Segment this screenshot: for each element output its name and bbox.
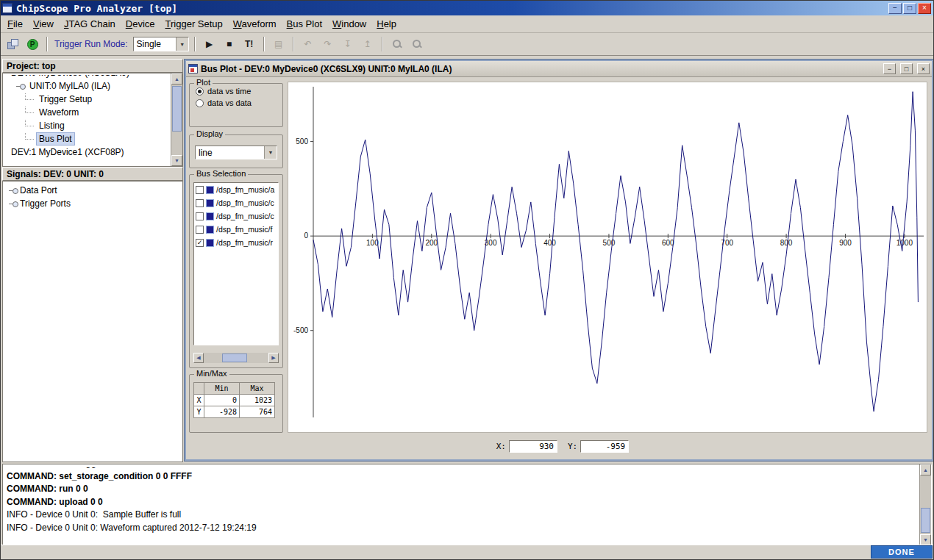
menu-waveform[interactable]: Waveform [228,16,282,32]
signal-item-label: Trigger Ports [20,198,71,209]
bus-list-hscrollbar[interactable]: ◀ ▶ [193,353,279,363]
console-line: INFO - Device 0 Unit 0: Waveform capture… [7,522,919,535]
tree-item-waveform[interactable]: Waveform [6,106,171,119]
svg-text:0: 0 [304,231,308,240]
done-button[interactable]: DONE [871,545,933,559]
close-icon[interactable]: × [918,3,931,14]
trigger-run-mode-select[interactable]: Single ▼ [133,37,189,51]
bus-color-swatch [206,186,214,194]
bus-selection-title: Bus Selection [194,169,248,178]
run-trigger-icon[interactable]: ▶ [201,35,218,53]
minmax-header: Max [240,383,275,395]
tree-item-label: DEV:0 MyDevice0 (XC6SLX9) [9,75,132,79]
menu-view[interactable]: View [28,16,59,32]
tree-item-unit-0-myila0-ila[interactable]: UNIT:0 MyILA0 (ILA) [6,79,171,93]
tree-item-label: Listing [37,120,67,132]
toolbar-separator [263,37,265,51]
save-icon[interactable]: ▤ [270,35,288,53]
chipscope-window: ChipScope Pro Analyzer [top] − □ × FileV… [0,0,934,560]
bus-signal-item[interactable]: /dsp_fm_music/a [194,183,278,196]
menu-trigger-setup[interactable]: Trigger Setup [160,16,228,32]
minmax-group: Min/Max MinMaxX01023Y-928764 [189,374,283,433]
next-marker-icon[interactable]: ↷ [319,35,337,53]
menu-bus-plot[interactable]: Bus Plot [282,16,327,32]
radio-label: data vs data [207,98,252,107]
scrollbar-thumb[interactable] [222,353,247,362]
scroll-right-icon[interactable]: ▶ [268,353,279,363]
minimize-icon[interactable]: − [888,3,902,14]
tree-item-listing[interactable]: Listing [6,119,171,132]
signal-item-trigger-ports[interactable]: Trigger Ports [3,197,182,210]
bus-signal-item[interactable]: /dsp_fm_music/c [194,209,278,223]
tree-item-trigger-setup[interactable]: Trigger Setup [6,93,171,106]
plot-group: Plot data vs time data vs data [189,83,283,127]
checkbox-icon[interactable] [196,186,204,194]
tree-item-bus-plot[interactable]: Bus Plot [6,132,171,146]
scroll-down-icon[interactable]: ▼ [171,155,182,166]
display-select[interactable]: line ▼ [195,146,277,159]
checkbox-icon[interactable] [196,199,204,207]
bus-signal-item[interactable]: /dsp_fm_music/f [194,223,278,236]
scrollbar-track [920,475,931,534]
goto-trigger-down-icon[interactable]: ↧ [339,35,357,53]
scrollbar-thumb[interactable] [921,508,930,533]
scroll-down-icon[interactable]: ▼ [920,534,931,545]
menu-help[interactable]: Help [371,16,402,32]
svg-text:900: 900 [839,239,852,247]
bus-plot-frame-title: Bus Plot - DEV:0 MyDevice0 (XC6SLX9) UNI… [201,64,879,74]
checkbox-icon[interactable] [196,226,204,234]
title-bar[interactable]: ChipScope Pro Analyzer [top] − □ × [1,1,933,15]
cursor-y-field[interactable]: -959 [580,440,629,453]
trigger-immediate-icon[interactable]: T! [240,35,258,53]
signal-item-data-port[interactable]: Data Port [3,184,182,197]
scroll-up-icon[interactable]: ▲ [920,464,931,475]
project-windows-icon[interactable] [4,35,21,53]
stop-acquisition-icon[interactable]: ■ [221,35,238,53]
console-scrollbar[interactable]: ▲ ▼ [919,464,931,545]
svg-text:500: 500 [296,137,308,146]
scroll-left-icon[interactable]: ◀ [193,353,204,363]
chevron-down-icon[interactable]: ▼ [176,37,188,51]
magnifier-icon [392,39,402,49]
bus-signal-item[interactable]: /dsp_fm_music/c [194,196,278,209]
frame-close-icon[interactable]: × [917,63,930,74]
tree-expand-icon[interactable] [16,82,26,90]
svg-text:400: 400 [543,239,556,247]
scroll-up-icon[interactable]: ▲ [171,73,182,85]
bus-signal-item[interactable]: ✓/dsp_fm_music/r [194,236,278,249]
maximize-icon[interactable]: □ [903,3,916,14]
menu-window[interactable]: Window [327,16,371,32]
svg-text:1000: 1000 [896,239,913,247]
plot-group-title: Plot [194,78,213,87]
display-value: line [196,146,264,159]
tree-item-dev-1-mydevice1-xcf08p[interactable]: DEV:1 MyDevice1 (XCF08P) [6,146,171,159]
bus-plot-frame-titlebar[interactable]: Bus Plot - DEV:0 MyDevice0 (XC6SLX9) UNI… [186,61,932,77]
frame-minimize-icon[interactable]: − [883,63,896,74]
bus-color-swatch [206,226,214,234]
frame-maximize-icon[interactable]: □ [900,63,913,74]
tree-connector [25,133,34,140]
scrollbar-thumb[interactable] [172,86,182,132]
target-status-icon[interactable]: P [24,35,41,53]
menu-device[interactable]: Device [121,16,160,32]
trigger-run-mode-value: Single [134,37,176,51]
bus-plot-chart[interactable]: 10020030040050060070080090010005000-500 [288,82,927,433]
project-tree-scrollbar[interactable]: ▲ ▼ [171,73,182,166]
prev-marker-icon[interactable]: ↶ [299,35,317,53]
minmax-row-label: X [194,395,204,406]
menu-file[interactable]: File [2,16,28,32]
zoom-out-icon[interactable] [408,35,426,53]
project-tree-rows: DEV:0 MyDevice0 (XC6SLX9)UNIT:0 MyILA0 (… [3,75,171,166]
cursor-x-field[interactable]: 930 [509,440,557,453]
checkbox-checked-icon[interactable]: ✓ [196,239,204,247]
menu-jtag-chain[interactable]: JTAG Chain [59,16,121,32]
checkbox-icon[interactable] [196,212,204,220]
app-icon [2,3,13,13]
goto-trigger-up-icon[interactable]: ↥ [359,35,377,53]
toolbar: P Trigger Run Mode: Single ▼ ▶ ■ T! ▤ ↶ … [1,33,933,56]
toolbar-separator [46,37,48,51]
bus-plot-frame: Bus Plot - DEV:0 MyDevice0 (XC6SLX9) UNI… [185,60,933,461]
radio-data-vs-data[interactable]: data vs data [190,96,282,107]
chevron-down-icon[interactable]: ▼ [264,146,277,159]
zoom-in-icon[interactable] [388,35,406,53]
